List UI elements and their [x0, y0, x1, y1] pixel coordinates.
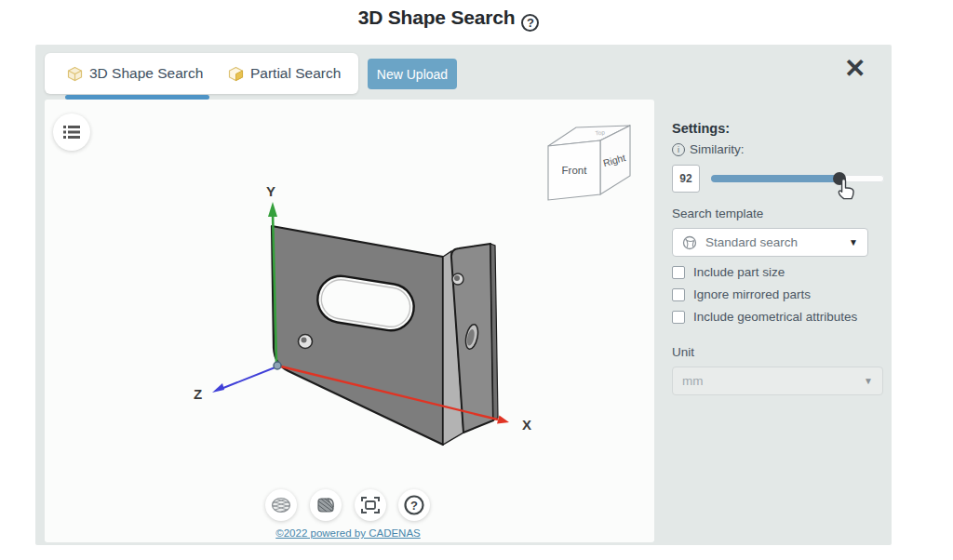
- page-title: 3D Shape Search?: [0, 7, 897, 32]
- axis-y-arrow: [268, 202, 277, 217]
- close-icon[interactable]: ✕: [844, 56, 866, 82]
- mesh-view-button[interactable]: [265, 489, 297, 521]
- title-help-icon[interactable]: ?: [521, 14, 539, 32]
- question-mark-icon: ?: [403, 494, 425, 516]
- checkbox-box[interactable]: [672, 288, 685, 301]
- search-template-select[interactable]: Standard search ▼: [672, 228, 868, 257]
- viewer-help-button[interactable]: ?: [398, 489, 430, 521]
- cube-partial-icon: [228, 66, 244, 82]
- cadenas-copyright-link[interactable]: ©2022 powered by CADENAS: [275, 527, 421, 539]
- similarity-slider-handle[interactable]: [833, 172, 846, 185]
- search-template-value: Standard search: [705, 235, 798, 249]
- search-template-label: Search template: [672, 207, 884, 220]
- checkbox-include-geometrical-attributes[interactable]: Include geometrical attributes: [672, 310, 884, 324]
- unit-value: mm: [682, 374, 704, 388]
- unit-label: Unit: [672, 345, 884, 359]
- flange-top-hole-center: [454, 275, 460, 281]
- bracket-front-face: [272, 226, 443, 445]
- tab-partial-search[interactable]: Partial Search: [228, 53, 341, 94]
- info-icon[interactable]: i: [672, 143, 685, 156]
- checkbox-ignore-mirrored-parts[interactable]: Ignore mirrored parts: [672, 287, 884, 301]
- checkbox-label: Ignore mirrored parts: [693, 287, 811, 301]
- cube-outline-icon: [67, 66, 83, 82]
- tab-label: 3D Shape Search: [89, 65, 203, 82]
- viewer-canvas[interactable]: Top Front Right: [45, 100, 654, 542]
- axis-z-label: Z: [194, 386, 202, 402]
- axis-y-label: Y: [266, 183, 275, 199]
- app-window: 3D Shape Search? 3D Shape Search Partial…: [0, 0, 953, 560]
- axis-origin: [274, 362, 281, 369]
- checkbox-label: Include geometrical attributes: [693, 310, 857, 324]
- checkbox-include-part-size[interactable]: Include part size: [672, 265, 884, 279]
- settings-heading: Settings:: [672, 121, 884, 136]
- similarity-label: Similarity:: [690, 142, 745, 156]
- model-3d-bracket: X Y Z: [45, 100, 654, 542]
- fit-frame-icon: [360, 496, 381, 514]
- axis-x-label: X: [522, 417, 531, 433]
- solid-view-button[interactable]: [310, 489, 342, 521]
- axis-x-arrow: [497, 416, 509, 424]
- unit-select: mm ▼: [672, 367, 883, 395]
- new-upload-button[interactable]: New Upload: [368, 59, 457, 89]
- svg-text:?: ?: [410, 499, 418, 513]
- sphere-icon: [682, 235, 697, 250]
- similarity-slider[interactable]: [711, 175, 884, 182]
- mesh-sphere-icon: [271, 497, 291, 513]
- fit-view-button[interactable]: [355, 489, 386, 521]
- checkbox-label: Include part size: [693, 265, 785, 279]
- checkbox-box[interactable]: [672, 311, 685, 324]
- shape-search-dialog: 3D Shape Search Partial Search New Uploa…: [35, 45, 892, 545]
- bracket-front-hole-center: [302, 338, 307, 343]
- tab-label: Partial Search: [250, 65, 341, 82]
- tab-3d-shape-search[interactable]: 3D Shape Search: [67, 53, 203, 94]
- axis-z-line: [219, 367, 277, 390]
- chevron-down-icon: ▼: [864, 376, 873, 386]
- chevron-down-icon: ▼: [849, 237, 858, 247]
- page-title-text: 3D Shape Search: [358, 7, 516, 28]
- checkbox-box[interactable]: [672, 266, 685, 279]
- solid-shape-icon: [315, 496, 336, 514]
- axis-z-arrow: [212, 383, 224, 393]
- similarity-input[interactable]: [672, 165, 700, 193]
- tab-bar: 3D Shape Search Partial Search: [45, 53, 358, 94]
- settings-panel: Settings: i Similarity: Search template: [672, 121, 884, 395]
- similarity-slider-fill: [711, 175, 839, 182]
